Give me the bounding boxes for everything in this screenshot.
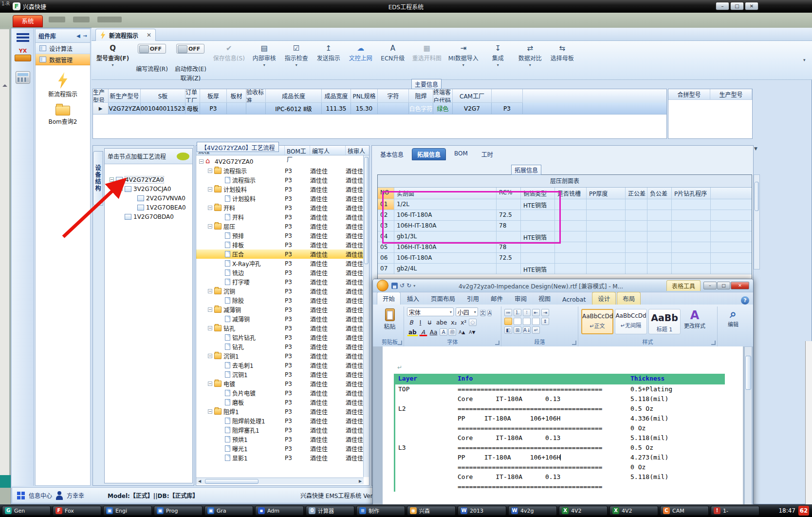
flow-tree-row[interactable]: − 钻孔 P3 酒佳佳 酒佳佳 bbox=[196, 342, 369, 351]
impedance-table-row[interactable]: ====================================== bbox=[395, 482, 725, 492]
line-spacing-icon[interactable]: ⇕ bbox=[541, 318, 549, 325]
impedance-table-row[interactable]: L2 =====================================… bbox=[395, 404, 725, 414]
scrollbar-thumb[interactable] bbox=[205, 479, 258, 484]
scroll-right-icon[interactable]: ▶ bbox=[357, 479, 364, 484]
flow-tree-row[interactable]: − 排板 P3 酒佳佳 酒佳佳 bbox=[196, 240, 369, 249]
flow-tree-row[interactable]: − 阻焊前处理1 P3 酒佳佳 酒佳佳 bbox=[196, 416, 369, 425]
change-styles-button[interactable]: A 更改样式 bbox=[682, 309, 707, 334]
lamination-row[interactable]: 06 106-IT-180A 72.5 bbox=[378, 253, 752, 264]
font-size-combo[interactable]: 小四▾ bbox=[456, 307, 478, 316]
column-header[interactable]: 验收标准 bbox=[246, 89, 266, 103]
flow-tree-row[interactable]: − 打字喽 P3 酒佳佳 酒佳佳 bbox=[196, 277, 369, 287]
toolbar-button[interactable]: ⇆ 选择母板 bbox=[550, 44, 575, 62]
toolbar-button[interactable]: ↧ 集成 ▾ bbox=[485, 44, 511, 68]
info-panel-tab[interactable]: BOM bbox=[449, 148, 473, 160]
dialog-launcher-icon[interactable] bbox=[398, 341, 402, 345]
ribbon-tab[interactable]: 邮件 bbox=[485, 292, 508, 305]
chevron-down-icon[interactable]: ▾ bbox=[462, 63, 464, 68]
taskbar-button[interactable]: ≡ 制作 bbox=[356, 506, 405, 516]
taskbar-button[interactable]: ▣ Gra bbox=[204, 506, 253, 516]
column-header[interactable]: 订单工厂 bbox=[185, 89, 200, 103]
toolbar-button[interactable]: ⇄ 数据对比 ▾ bbox=[517, 44, 543, 68]
taskbar-button[interactable]: X 4V2 bbox=[609, 506, 658, 516]
tree-expander-icon[interactable]: − bbox=[208, 354, 212, 358]
shrink-font-icon[interactable]: A▼ bbox=[467, 328, 477, 336]
document-page[interactable]: ↵ Layer Info Thickness TOP =============… bbox=[383, 346, 743, 512]
phonetic-guide-icon[interactable]: 文 bbox=[480, 310, 486, 316]
font-format-button[interactable]: B bbox=[407, 319, 415, 326]
borders-icon[interactable]: ⊞ bbox=[514, 326, 521, 334]
lam-column-header[interactable]: 负公差 bbox=[647, 188, 672, 199]
taskbar-button[interactable]: ▣ Prog bbox=[154, 506, 203, 516]
column-header[interactable]: 阻焊 bbox=[409, 89, 433, 103]
font-name-combo[interactable]: 宋体▾ bbox=[407, 307, 454, 316]
taskbar-button[interactable]: W 2013 bbox=[458, 506, 506, 516]
info-vertical-scrollbar[interactable] bbox=[754, 174, 760, 269]
align-right-icon[interactable] bbox=[523, 318, 531, 325]
calculator-icon[interactable] bbox=[16, 71, 30, 84]
flow-tree-row[interactable]: − 显影1 P3 酒佳佳 酒佳佳 bbox=[196, 453, 369, 462]
undo-icon[interactable]: ↺ bbox=[400, 282, 405, 289]
taskbar-button[interactable]: ▪ Adm bbox=[255, 506, 304, 516]
word-close-button[interactable]: ✕ bbox=[731, 282, 749, 289]
font-format-button[interactable]: U bbox=[425, 319, 434, 326]
flow-horizontal-scrollbar[interactable]: ◀ ▶ bbox=[196, 478, 364, 484]
editing-group-button[interactable]: ⌕ 编辑 bbox=[720, 307, 746, 328]
word-title-bar[interactable]: ↺ ↻ ▾ 4v2g72yza0-Impedance Design(New).r… bbox=[373, 279, 753, 292]
multilevel-list-icon[interactable]: ⁝ bbox=[523, 309, 531, 316]
column-header[interactable]: 字符 bbox=[378, 89, 409, 103]
flow-panel-tab[interactable]: 【4V2G72YZA0】工艺流程 bbox=[197, 142, 279, 152]
flow-column-header[interactable]: 编写人 bbox=[310, 146, 346, 155]
flow-tree-row[interactable]: − 钻孔 P3 酒佳佳 酒佳佳 bbox=[196, 324, 369, 333]
chevron-down-icon[interactable]: ▾ bbox=[112, 63, 114, 68]
flow-tree-row[interactable]: − 开料 P3 酒佳佳 酒佳佳 bbox=[196, 212, 369, 222]
tree-expander-icon[interactable]: − bbox=[208, 289, 212, 293]
tree-expander-icon[interactable]: − bbox=[208, 187, 212, 191]
toolbar-button[interactable]: ☑ 指示检查 ▾ bbox=[284, 44, 309, 68]
lamination-row[interactable]: 07 gb2/4L HTE铜箔 bbox=[378, 264, 752, 274]
info-center-label[interactable]: 信息中心 bbox=[29, 491, 52, 499]
flow-tree-row[interactable]: − 负片电镀 P3 酒佳佳 酒佳佳 bbox=[196, 388, 369, 398]
character-shading-icon[interactable]: A bbox=[440, 328, 447, 336]
toggle-off-switch[interactable]: OFF bbox=[176, 44, 204, 54]
flow-tree-row[interactable]: − 流程指示 P3 酒佳佳 酒佳佳 bbox=[196, 166, 369, 175]
taskbar-button[interactable]: X 4V2 bbox=[559, 506, 608, 516]
toolbar-overflow-icon[interactable]: ▾ bbox=[803, 57, 806, 62]
column-header[interactable]: 合拼型号 bbox=[668, 89, 710, 100]
impedance-table-row[interactable]: Core IT-180A 0.13 5.118(mil) bbox=[395, 433, 725, 443]
impedance-table-row[interactable]: ====================================== 0… bbox=[395, 462, 725, 472]
ribbon-tab[interactable]: 引用 bbox=[461, 292, 484, 305]
toolbar-button[interactable]: ▦ 重选开料图 bbox=[412, 44, 442, 62]
change-case-icon[interactable]: Aa bbox=[428, 328, 439, 336]
notification-badge[interactable]: 62 bbox=[798, 506, 809, 516]
flow-tree-row[interactable]: − 减薄铜 P3 酒佳佳 酒佳佳 bbox=[196, 314, 369, 324]
font-format-button[interactable]: x₂ bbox=[449, 319, 458, 326]
taskbar-button[interactable]: ◉ 兴森 bbox=[407, 506, 456, 516]
flow-tree-row[interactable]: − 阻焊1 P3 酒佳佳 酒佳佳 bbox=[196, 407, 369, 416]
tab-new-flow-instruction[interactable]: 新流程指示 ✕ bbox=[95, 29, 156, 41]
scroll-left-icon[interactable]: ◀ bbox=[196, 479, 203, 484]
ribbon-tab[interactable]: 视图 bbox=[533, 292, 556, 305]
info-panel-tab[interactable]: 工时 bbox=[476, 148, 498, 160]
flow-tree-row[interactable]: − 减薄铜 P3 酒佳佳 酒佳佳 bbox=[196, 305, 369, 314]
flow-tree-row[interactable]: − 铣边 P3 酒佳佳 酒佳佳 bbox=[196, 268, 369, 277]
lam-column-header[interactable]: P片钻孔程序 bbox=[672, 188, 711, 199]
character-border-icon[interactable]: A bbox=[487, 310, 492, 316]
tree-expander-icon[interactable]: − bbox=[208, 409, 212, 414]
toolbar-button[interactable]: OFF 启动修改(E) 取消(Z) bbox=[175, 44, 206, 82]
office-button-icon[interactable] bbox=[377, 280, 388, 291]
flow-tree-row[interactable]: − 铝片钻孔 P3 酒佳佳 酒佳佳 bbox=[196, 333, 369, 342]
collapse-left-icon[interactable]: ◀ bbox=[76, 33, 80, 38]
info-center-icon[interactable] bbox=[17, 492, 25, 499]
ribbon-tab[interactable]: 开始 bbox=[377, 292, 401, 305]
align-center-icon[interactable] bbox=[514, 318, 521, 325]
tree-expander-icon[interactable]: − bbox=[208, 169, 212, 173]
lam-column-header[interactable]: 正公差 bbox=[626, 188, 647, 199]
taskbar-button[interactable]: G Gen bbox=[2, 506, 51, 516]
toolbar-button[interactable]: ☁ 文控上网 bbox=[348, 44, 373, 62]
chevron-down-icon[interactable]: ▾ bbox=[295, 63, 297, 68]
column-header[interactable]: 终端客户代码 bbox=[433, 89, 453, 103]
toolbar-button[interactable]: A ECN升级 bbox=[380, 44, 406, 62]
minimize-button[interactable]: – bbox=[716, 2, 729, 10]
tree-expander-icon[interactable]: − bbox=[208, 206, 212, 210]
